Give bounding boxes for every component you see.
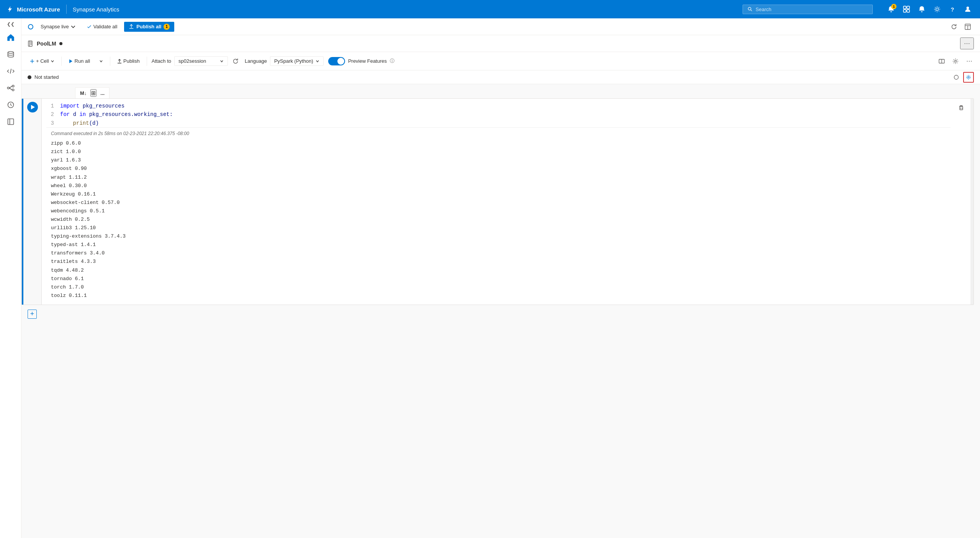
toolbar-divider-2 xyxy=(110,57,110,66)
account-icon-btn[interactable] xyxy=(962,3,974,15)
delete-cell-btn[interactable] xyxy=(955,102,967,114)
svg-rect-17 xyxy=(8,119,13,125)
sidebar-develop-btn[interactable] xyxy=(3,64,18,79)
output-line: torch 1.7.0 xyxy=(51,283,946,292)
status-bar: Not started xyxy=(21,70,980,84)
status-text: Not started xyxy=(34,74,59,80)
run-icon xyxy=(69,59,73,64)
output-line: wrapt 1.11.2 xyxy=(51,173,946,182)
content-area: Synapse live Validate all Publish all 1 xyxy=(21,18,980,538)
columns-icon-btn[interactable] xyxy=(936,55,948,67)
cells-area: M↓ ⊞ ... xyxy=(21,84,980,538)
svg-point-33 xyxy=(954,75,959,79)
add-new-cell-btn[interactable]: + xyxy=(28,310,37,319)
svg-rect-22 xyxy=(28,41,32,46)
output-line: transformers 3.4.0 xyxy=(51,249,946,258)
product-name: Synapse Analytics xyxy=(73,6,119,13)
search-input[interactable] xyxy=(756,7,868,12)
run-cell-btn[interactable] xyxy=(27,102,38,112)
sidebar-expand-btn[interactable]: ❮❮ xyxy=(7,21,15,27)
plus-icon xyxy=(30,59,34,64)
help-icon-btn[interactable]: ? xyxy=(946,3,959,15)
toolbar-divider-1 xyxy=(61,57,62,66)
sub-toolbar-right xyxy=(948,21,974,33)
code-line-1: 1 import pkg_resources xyxy=(46,102,951,110)
chevron-down-icon xyxy=(316,59,319,63)
notifications-icon-btn[interactable]: 1 xyxy=(885,3,897,15)
svg-point-12 xyxy=(12,85,14,87)
publish-icon xyxy=(117,59,122,64)
publish-all-btn[interactable]: Publish all 1 xyxy=(124,22,174,32)
svg-line-1 xyxy=(751,10,752,11)
output-line: zict 1.0.0 xyxy=(51,148,946,156)
refresh-session-btn[interactable] xyxy=(229,55,242,67)
synapse-icon xyxy=(28,24,34,30)
code-cell: 1 import pkg_resources 2 for d in pkg_re… xyxy=(21,98,974,305)
svg-point-32 xyxy=(955,60,957,62)
cell-type-icon2-btn[interactable]: ⊞ xyxy=(90,89,97,97)
cell-scrollbar[interactable] xyxy=(970,99,973,305)
svg-point-11 xyxy=(7,87,9,89)
validate-all-btn[interactable]: Validate all xyxy=(83,22,121,31)
validate-icon xyxy=(87,24,92,29)
switch-directory-btn[interactable] xyxy=(900,3,913,15)
attach-to-dropdown[interactable]: sp02session xyxy=(174,56,228,66)
output-line: webencodings 0.5.1 xyxy=(51,207,946,215)
add-cell-area: + xyxy=(21,306,980,322)
chevron-down-icon xyxy=(220,59,224,63)
more-options-btn[interactable]: ⋯ xyxy=(963,55,975,67)
svg-rect-2 xyxy=(903,6,906,9)
markdown-type-btn[interactable]: M↓ xyxy=(79,90,88,97)
brand: Microsoft Azure xyxy=(6,5,60,13)
run-dropdown-btn[interactable] xyxy=(95,58,107,65)
sidebar-manage-btn[interactable] xyxy=(3,114,18,129)
cell-settings-btn[interactable] xyxy=(963,72,974,83)
topbar: Microsoft Azure Synapse Analytics 1 ? xyxy=(0,0,980,18)
cell-more-btn[interactable]: ... xyxy=(99,90,106,97)
svg-marker-29 xyxy=(69,59,72,63)
publish-btn[interactable]: Publish xyxy=(113,57,144,65)
run-all-btn[interactable]: Run all xyxy=(65,57,94,65)
svg-rect-4 xyxy=(903,10,906,12)
sidebar-data-btn[interactable] xyxy=(3,47,18,62)
notebook-header: PoolLM ⋯ xyxy=(21,35,980,52)
preview-toggle-container: Preview Features ⓘ xyxy=(328,57,394,65)
search-box[interactable] xyxy=(743,5,873,14)
sub-toolbar: Synapse live Validate all Publish all 1 xyxy=(21,18,980,35)
bell-icon-btn[interactable] xyxy=(916,3,928,15)
publish-all-badge: 1 xyxy=(164,24,170,30)
svg-point-34 xyxy=(968,77,969,78)
svg-point-9 xyxy=(8,52,13,54)
nav-divider xyxy=(66,5,67,14)
svg-text:?: ? xyxy=(951,7,954,13)
add-cell-btn[interactable]: + Cell xyxy=(26,57,58,65)
output-line: websocket-client 0.57.0 xyxy=(51,199,946,207)
output-line: Werkzeug 0.16.1 xyxy=(51,190,946,199)
settings-icon-btn[interactable] xyxy=(949,55,962,67)
settings-icon-btn[interactable] xyxy=(931,3,943,15)
output-line: urllib3 1.25.10 xyxy=(51,224,946,232)
cell-run-area xyxy=(23,99,42,305)
language-dropdown[interactable]: PySpark (Python) xyxy=(270,56,324,66)
chevron-down-icon xyxy=(70,24,76,29)
status-indicator xyxy=(28,75,31,79)
sidebar-integrate-btn[interactable] xyxy=(3,80,18,96)
layout-btn[interactable] xyxy=(962,21,974,33)
svg-line-10 xyxy=(10,69,11,74)
notebook-right-icons: ⋯ xyxy=(936,55,975,67)
chevron-down-icon xyxy=(99,59,103,63)
refresh-btn[interactable] xyxy=(948,21,960,33)
output-line: typing-extensions 3.7.4.3 xyxy=(51,232,946,241)
chevron-down-icon xyxy=(51,59,54,63)
notification-badge: 1 xyxy=(891,4,897,9)
synapse-live-btn[interactable]: Synapse live xyxy=(37,22,80,31)
status-circle-btn[interactable] xyxy=(951,72,962,83)
publish-icon xyxy=(129,24,134,29)
sidebar-home-btn[interactable] xyxy=(3,30,18,45)
topbar-icons: 1 ? xyxy=(885,3,974,15)
preview-features-toggle[interactable] xyxy=(328,57,345,65)
code-editor[interactable]: 1 import pkg_resources 2 for d in pkg_re… xyxy=(46,102,951,127)
svg-point-13 xyxy=(12,89,14,91)
sidebar-monitor-btn[interactable] xyxy=(3,97,18,112)
notebook-more-btn[interactable]: ⋯ xyxy=(960,37,974,49)
